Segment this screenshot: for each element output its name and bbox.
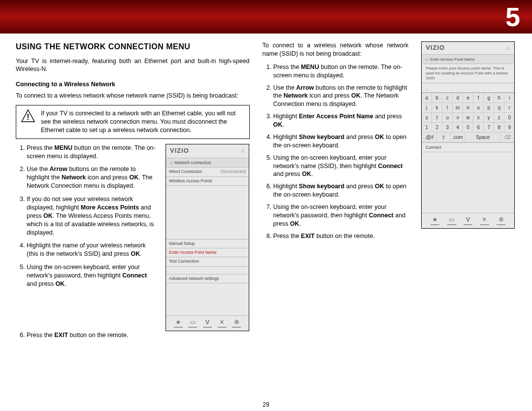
chapter-number: 5 (505, 1, 520, 32)
star-icon: ★ (174, 319, 183, 328)
kb-key: t (432, 113, 442, 123)
list-item: Use the Arrow buttons on the remote to h… (273, 84, 409, 109)
lead-in-text: To connect to a wireless network whose n… (16, 92, 250, 100)
tv-icon: ▭ (447, 216, 456, 225)
kb-key: i (504, 93, 514, 103)
list-item: Highlight the name of your wireless netw… (27, 241, 159, 258)
kb-key: 0 (504, 113, 514, 123)
list-item: Highlight Show keyboard and press OK to … (273, 133, 409, 150)
v-icon: V (203, 319, 212, 328)
menu-title-row: ◁ Enter Access Point Name (422, 54, 514, 64)
list-item: Using the on-screen keyboard, enter your… (27, 263, 159, 288)
home-icon: ⌂ (507, 45, 511, 51)
kb-key: y (484, 113, 494, 123)
intro-text: Your TV is internet-ready, featuring bot… (16, 57, 250, 74)
kb-backspace-key: ⌫ (500, 133, 514, 142)
list-item: Press the EXIT button on the remote. (273, 232, 409, 240)
section-title: USING THE NETWORK CONNECTION MENU (16, 41, 250, 52)
list-item: Highlight Enter Access Point Name and pr… (273, 112, 409, 129)
list-item: Press the MENU button on the remote. The… (27, 144, 159, 161)
kb-key: n (463, 103, 473, 113)
home-icon: ⌂ (241, 147, 245, 154)
kb-key: r (504, 103, 514, 113)
list-item: Using the on-screen keyboard, enter your… (273, 203, 409, 228)
steps-list-2: Press the MENU button on the remote. The… (263, 63, 409, 240)
column-1: USING THE NETWORK CONNECTION MENU Your T… (16, 41, 250, 343)
connect-row: Connect (422, 142, 514, 152)
list-item: If you do not see your wireless network … (27, 195, 159, 237)
figure-brand: VIZIO (426, 44, 445, 51)
kb-key: q (494, 103, 504, 113)
kb-key: 4 (453, 123, 463, 133)
kb-key: x (473, 113, 484, 123)
list-item: Press the EXIT button on the remote. (27, 331, 250, 340)
kb-shift-key: ⇧ (437, 133, 450, 142)
menu-title: Network connection (174, 160, 211, 166)
kb-key: b (432, 93, 442, 103)
back-icon: ◁ (169, 160, 172, 166)
manual-setup-row: Manual Setup (166, 239, 249, 248)
wired-status: Disconnected (220, 169, 246, 174)
kb-row: a b c d e f g h i (422, 93, 514, 103)
kb-key: c (442, 93, 453, 103)
kb-key: d (453, 93, 463, 103)
steps-list-1b: Press the EXIT button on the remote. (16, 331, 250, 340)
kb-key: v (453, 113, 463, 123)
kb-key: m (453, 103, 463, 113)
menu-title-row: ◁ Network connection (166, 158, 249, 167)
warning-note: ! If your TV is connected to a network w… (16, 105, 250, 139)
svg-text:!: ! (27, 113, 29, 121)
kb-key: 8 (494, 123, 504, 133)
back-icon: ◁ (425, 57, 428, 62)
kb-symbols-key: .@# (422, 133, 437, 142)
kb-com-key: .com (450, 133, 466, 142)
v-icon: V (464, 216, 472, 225)
kb-key: 9 (504, 123, 514, 133)
page-content: USING THE NETWORK CONNECTION MENU Your T… (0, 34, 532, 347)
gear-icon: ✻ (497, 216, 505, 225)
test-connection-row: Test Connection (166, 257, 249, 266)
figure-keyboard-menu: VIZIO ⌂ ◁ Enter Access Point Name Please… (421, 41, 515, 229)
kb-key: 6 (473, 123, 484, 133)
menu-title: Enter Access Point Name (430, 57, 475, 62)
warning-icon: ! (21, 109, 35, 124)
figure-footer-icons: ★ ▭ V ✕ ✻ (422, 213, 514, 228)
wireless-row: Wireless Access Points (166, 176, 249, 185)
column-2: To connect to a wireless network whose n… (263, 41, 409, 343)
kb-key: 5 (463, 123, 473, 133)
kb-key: w (463, 113, 473, 123)
kb-key: 2 (432, 123, 442, 133)
list-item: Highlight Show keyboard and press OK to … (273, 182, 409, 199)
help-text: Please enter your Access point name. Thi… (422, 64, 514, 83)
figure-footer-icons: ★ ▭ V ✕ ✻ (166, 315, 249, 331)
figure-network-menu: VIZIO ⌂ ◁ Network connection Wired Conne… (166, 144, 249, 331)
wired-connection-row: Wired Connection Disconnected (166, 167, 249, 176)
star-icon: ★ (431, 216, 439, 225)
enter-ap-row: Enter Access Point Name (166, 248, 249, 257)
subsection-title: Connecting to a Wireless Network (16, 80, 250, 89)
advanced-row: Advanced network settings (166, 274, 249, 283)
tv-icon: ▭ (188, 319, 197, 328)
chapter-banner: 5 (0, 0, 532, 34)
kb-key: g (484, 93, 494, 103)
warning-text: If your TV is connected to a network wit… (41, 109, 244, 135)
kb-key: j (422, 103, 432, 113)
list-item: Press the MENU button on the remote. The… (273, 63, 409, 80)
kb-key: 3 (442, 123, 453, 133)
kb-key: z (494, 113, 504, 123)
column-3: VIZIO ⌂ ◁ Enter Access Point Name Please… (421, 41, 516, 343)
kb-key: a (422, 93, 432, 103)
kb-key: 7 (484, 123, 494, 133)
on-screen-keyboard: a b c d e f g h i j k l m n o p (422, 93, 514, 142)
list-item: Using the on-screen keyboard, enter your… (273, 154, 409, 179)
kb-space-key: Space (466, 133, 501, 142)
kb-key: e (463, 93, 473, 103)
kb-key: p (484, 103, 494, 113)
lead-in-text-2: To connect to a wireless network whose n… (263, 41, 409, 58)
kb-key: k (432, 103, 442, 113)
kb-key: s (422, 113, 432, 123)
kb-key: 1 (422, 123, 432, 133)
kb-key: l (442, 103, 453, 113)
gear-icon: ✻ (232, 319, 241, 328)
close-icon: ✕ (480, 216, 489, 225)
